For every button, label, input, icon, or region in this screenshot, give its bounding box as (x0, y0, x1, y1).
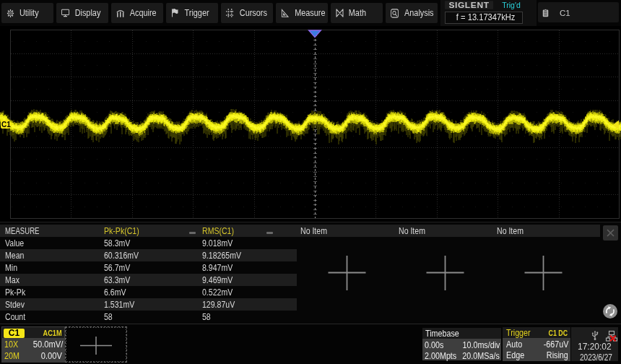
svg-text:C1: C1 (1, 121, 11, 129)
